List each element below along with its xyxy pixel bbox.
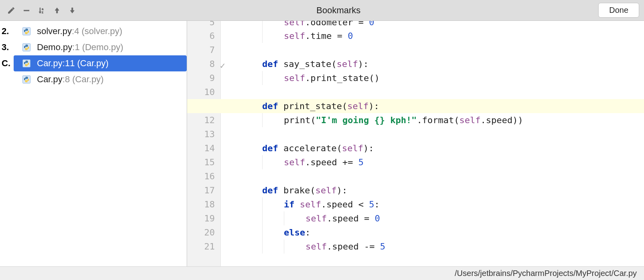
bookmark-file: solver.py	[37, 26, 72, 37]
bookmark-mnemonic: 3.	[2, 42, 14, 53]
gutter-line[interactable]: 7	[187, 43, 215, 57]
bookmark-extra: (solver.py)	[82, 26, 122, 37]
svg-text:z: z	[42, 10, 43, 14]
bookmark-line: :1	[72, 42, 79, 53]
done-button[interactable]: Done	[598, 3, 639, 18]
gutter-line[interactable]: 14	[187, 141, 215, 155]
code-line: self.speed -= 5	[241, 239, 644, 254]
editor: 5678✓91011C12131415161718192021 self.odo…	[187, 21, 644, 266]
bookmark-line: :4	[72, 26, 79, 37]
python-file-icon	[21, 42, 32, 53]
code-line: def accelerate(self):	[241, 141, 644, 155]
sort-alpha-icon[interactable]: az	[35, 4, 48, 17]
svg-rect-0	[24, 10, 29, 11]
gutter-line[interactable]: 15	[187, 155, 215, 169]
move-down-icon[interactable]	[66, 4, 79, 17]
gutter-line[interactable]: 17	[187, 183, 215, 197]
bookmark-extra: (Demo.py)	[82, 42, 123, 53]
bookmarks-list: 2.solver.py:4(solver.py)3.Demo.py:1(Demo…	[0, 21, 187, 266]
code-line: self.print_state()	[241, 71, 644, 85]
bookmark-mnemonic: 2.	[2, 26, 14, 37]
code-area[interactable]: self.odometer = 0 self.time = 0 def say_…	[221, 21, 644, 266]
bookmark-item[interactable]: C.Car.py:11(Car.py)	[0, 55, 187, 71]
code-line	[241, 169, 644, 183]
code-line: print("I'm going {} kph!".format(self.sp…	[241, 113, 644, 127]
gutter-line[interactable]: 9	[187, 71, 215, 85]
bookmark-mnemonic: C.	[2, 58, 14, 69]
code-line: if self.speed < 5:	[241, 197, 644, 211]
code-line: self.time = 0	[241, 29, 644, 43]
code-line: def brake(self):	[241, 183, 644, 197]
gutter-line[interactable]: 5	[187, 21, 215, 29]
code-line: self.odometer = 0	[241, 21, 644, 29]
bookmark-line: :11	[63, 58, 75, 69]
bookmark-file: Car.py	[37, 74, 63, 85]
bookmark-file: Demo.py	[37, 42, 72, 53]
status-bar: /Users/jetbrains/PycharmProjects/MyProje…	[0, 266, 644, 280]
python-file-icon	[21, 58, 32, 69]
move-up-icon[interactable]	[51, 4, 63, 17]
status-path: /Users/jetbrains/PycharmProjects/MyProje…	[455, 269, 637, 278]
code-line: else:	[241, 225, 644, 239]
gutter-line[interactable]: 19	[187, 211, 215, 225]
bookmark-item[interactable]: 3.Demo.py:1(Demo.py)	[0, 39, 187, 55]
python-file-icon	[21, 26, 32, 37]
code-line: def say_state(self):	[241, 57, 644, 71]
edit-icon[interactable]	[5, 4, 18, 17]
toolbar-title: Bookmarks	[81, 5, 596, 16]
main-area: 2.solver.py:4(solver.py)3.Demo.py:1(Demo…	[0, 21, 644, 266]
bookmark-line: :8	[63, 74, 70, 85]
code-line	[241, 43, 644, 57]
bookmark-item[interactable]: 2.solver.py:4(solver.py)	[0, 23, 187, 39]
code-line: def print_state(self):	[241, 99, 644, 113]
code-line: self.speed += 5	[241, 155, 644, 169]
bookmark-extra: (Car.py)	[77, 58, 108, 69]
gutter-line[interactable]: 16	[187, 169, 215, 183]
code-line	[241, 85, 644, 99]
code-line: self.speed = 0	[241, 211, 644, 225]
gutter-line[interactable]: 13	[187, 127, 215, 141]
gutter-line[interactable]: 18	[187, 197, 215, 211]
gutter-line[interactable]: 6	[187, 29, 215, 43]
gutter-line[interactable]: 8✓	[187, 57, 215, 71]
gutter-line[interactable]: 12	[187, 113, 215, 127]
code-line	[241, 127, 644, 141]
gutter-line[interactable]: 21	[187, 239, 215, 254]
gutter-line[interactable]: 10	[187, 85, 215, 99]
bookmark-file: Car.py	[37, 58, 63, 69]
remove-icon[interactable]	[20, 4, 33, 17]
gutter: 5678✓91011C12131415161718192021	[187, 21, 221, 266]
bookmark-extra: (Car.py)	[72, 74, 104, 85]
toolbar: az Bookmarks Done	[0, 0, 644, 21]
bookmark-item[interactable]: Car.py:8(Car.py)	[0, 71, 187, 87]
python-file-icon	[21, 74, 32, 85]
gutter-line[interactable]: 20	[187, 225, 215, 239]
